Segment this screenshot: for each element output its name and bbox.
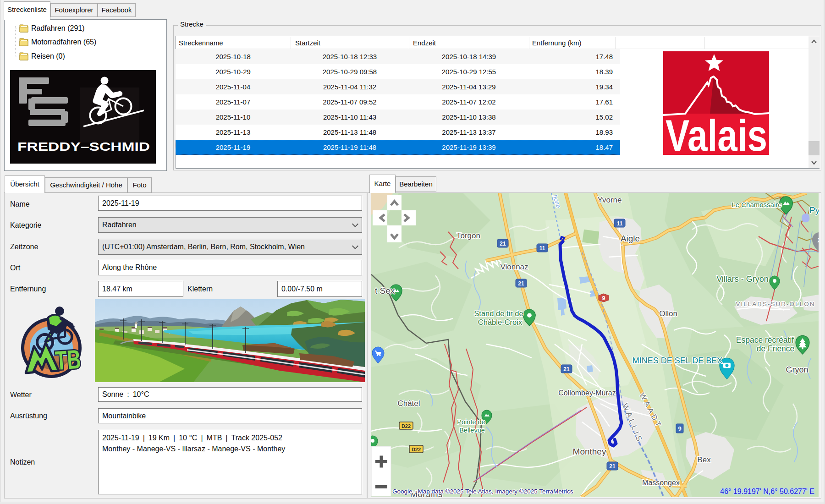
svg-text:Pointe de: Pointe de [457, 418, 485, 426]
svg-text:Reisen (0): Reisen (0) [31, 52, 65, 60]
svg-text:X: X [817, 236, 819, 244]
svg-text:Vionnaz: Vionnaz [500, 263, 528, 271]
svg-text:de Frience: de Frience [757, 344, 795, 353]
svg-text:Bex: Bex [697, 455, 711, 464]
svg-text:Villars - Gryon: Villars - Gryon [716, 274, 769, 284]
svg-text:9: 9 [678, 425, 681, 432]
svg-text:Espace récréatif: Espace récréatif [736, 335, 794, 345]
svg-text:Google - Map data ©2025 Tele A: Google - Map data ©2025 Tele Atlas, Imag… [392, 488, 573, 495]
svg-text:Le Chamossaire: Le Chamossaire [732, 201, 781, 208]
svg-text:Massongex: Massongex [642, 479, 680, 487]
svg-text:Gryon: Gryon [786, 365, 808, 374]
svg-text:Motorradfahren (65): Motorradfahren (65) [31, 38, 96, 46]
svg-text:VILLARS-SUR-OLLON: VILLARS-SUR-OLLON [736, 301, 815, 307]
svg-text:Yvorne: Yvorne [598, 196, 622, 204]
svg-text:t Sex: t Sex [375, 286, 395, 296]
svg-text:Radfahren (291): Radfahren (291) [31, 24, 85, 32]
svg-text:Châtel: Châtel [397, 399, 420, 408]
svg-text:Châble-Croix: Châble-Croix [478, 318, 522, 326]
svg-text:46° 19.9197' N,6° 50.6277' E: 46° 19.9197' N,6° 50.6277' E [720, 488, 814, 495]
svg-text:Stand de tir de: Stand de tir de [474, 309, 523, 318]
svg-text:Collombey-Muraz: Collombey-Muraz [558, 389, 616, 397]
svg-text:Ollon: Ollon [659, 309, 677, 318]
svg-text:MINES DE SEL DE BEX: MINES DE SEL DE BEX [632, 356, 722, 365]
svg-text:Aigle: Aigle [621, 234, 640, 243]
svg-text:Torgon: Torgon [456, 231, 480, 240]
svg-text:Monthey: Monthey [573, 447, 606, 456]
svg-text:TB: TB [54, 344, 82, 376]
svg-text:Py: Py [809, 205, 819, 215]
svg-text:Bellevue: Bellevue [459, 427, 485, 434]
svg-text:Valais: Valais [666, 110, 767, 155]
